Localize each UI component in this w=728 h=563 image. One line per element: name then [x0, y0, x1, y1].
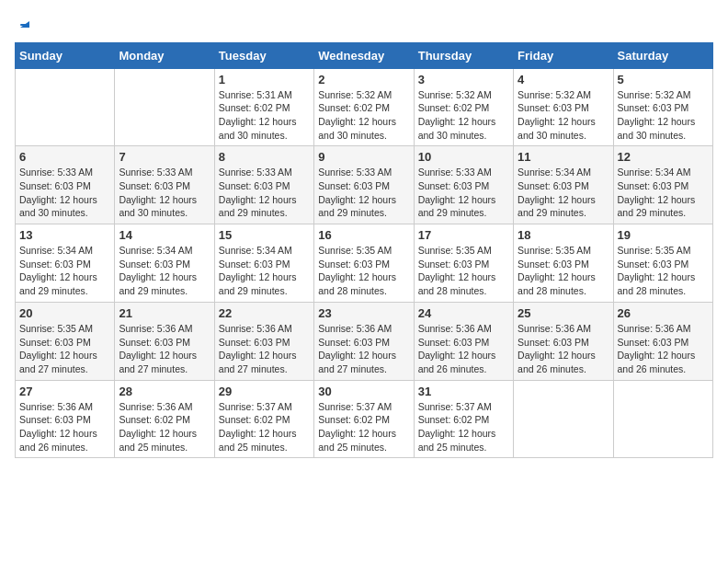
calendar-cell: 9Sunrise: 5:33 AM Sunset: 6:03 PM Daylig… — [314, 146, 414, 224]
calendar-cell: 26Sunrise: 5:36 AM Sunset: 6:03 PM Dayli… — [613, 302, 712, 380]
calendar-cell: 16Sunrise: 5:35 AM Sunset: 6:03 PM Dayli… — [314, 224, 414, 303]
day-detail: Sunrise: 5:36 AM Sunset: 6:03 PM Dayligh… — [518, 322, 609, 376]
day-number: 26 — [618, 306, 709, 320]
day-number: 24 — [418, 306, 509, 320]
calendar-cell — [16, 68, 115, 146]
day-detail: Sunrise: 5:37 AM Sunset: 6:02 PM Dayligh… — [318, 400, 409, 454]
svg-rect-1 — [20, 24, 29, 26]
day-number: 10 — [418, 150, 509, 164]
day-number: 7 — [119, 150, 210, 164]
calendar-cell — [514, 380, 613, 458]
day-detail: Sunrise: 5:35 AM Sunset: 6:03 PM Dayligh… — [318, 244, 409, 298]
day-detail: Sunrise: 5:36 AM Sunset: 6:03 PM Dayligh… — [219, 322, 310, 376]
day-detail: Sunrise: 5:36 AM Sunset: 6:03 PM Dayligh… — [618, 322, 709, 376]
calendar-cell: 14Sunrise: 5:34 AM Sunset: 6:03 PM Dayli… — [115, 224, 214, 303]
day-number: 13 — [19, 228, 110, 242]
day-detail: Sunrise: 5:36 AM Sunset: 6:02 PM Dayligh… — [119, 400, 210, 454]
day-number: 20 — [19, 306, 110, 320]
calendar-cell: 5Sunrise: 5:32 AM Sunset: 6:03 PM Daylig… — [613, 68, 712, 146]
day-detail: Sunrise: 5:35 AM Sunset: 6:03 PM Dayligh… — [19, 322, 110, 376]
logo-triangle-icon — [17, 15, 31, 29]
calendar-cell: 18Sunrise: 5:35 AM Sunset: 6:03 PM Dayli… — [514, 224, 613, 303]
day-detail: Sunrise: 5:31 AM Sunset: 6:02 PM Dayligh… — [219, 88, 310, 143]
day-number: 19 — [618, 228, 709, 242]
weekday-header-tuesday: Tuesday — [214, 42, 313, 68]
day-detail: Sunrise: 5:33 AM Sunset: 6:03 PM Dayligh… — [119, 166, 210, 220]
weekday-header-friday: Friday — [514, 42, 613, 68]
day-detail: Sunrise: 5:33 AM Sunset: 6:03 PM Dayligh… — [219, 166, 310, 220]
day-number: 2 — [318, 73, 409, 86]
day-detail: Sunrise: 5:36 AM Sunset: 6:03 PM Dayligh… — [19, 400, 110, 454]
day-detail: Sunrise: 5:33 AM Sunset: 6:03 PM Dayligh… — [418, 166, 509, 220]
calendar-cell: 19Sunrise: 5:35 AM Sunset: 6:03 PM Dayli… — [613, 224, 712, 303]
day-detail: Sunrise: 5:36 AM Sunset: 6:03 PM Dayligh… — [418, 322, 509, 376]
day-number: 22 — [219, 306, 310, 320]
day-number: 16 — [318, 228, 409, 242]
calendar-cell: 4Sunrise: 5:32 AM Sunset: 6:03 PM Daylig… — [514, 68, 613, 146]
day-detail: Sunrise: 5:33 AM Sunset: 6:03 PM Dayligh… — [19, 166, 110, 220]
calendar-cell: 12Sunrise: 5:34 AM Sunset: 6:03 PM Dayli… — [613, 146, 712, 224]
day-number: 6 — [19, 150, 110, 164]
day-detail: Sunrise: 5:36 AM Sunset: 6:03 PM Dayligh… — [119, 322, 210, 376]
calendar-cell: 25Sunrise: 5:36 AM Sunset: 6:03 PM Dayli… — [514, 302, 613, 380]
calendar-cell — [613, 380, 712, 458]
day-detail: Sunrise: 5:34 AM Sunset: 6:03 PM Dayligh… — [618, 166, 709, 220]
day-detail: Sunrise: 5:34 AM Sunset: 6:03 PM Dayligh… — [219, 244, 310, 298]
calendar-cell: 27Sunrise: 5:36 AM Sunset: 6:03 PM Dayli… — [16, 380, 115, 458]
calendar-cell: 29Sunrise: 5:37 AM Sunset: 6:02 PM Dayli… — [214, 380, 313, 458]
page-header — [15, 15, 713, 33]
day-number: 25 — [518, 306, 609, 320]
day-detail: Sunrise: 5:32 AM Sunset: 6:03 PM Dayligh… — [518, 88, 609, 143]
day-detail: Sunrise: 5:32 AM Sunset: 6:03 PM Dayligh… — [618, 88, 709, 143]
day-number: 28 — [119, 385, 210, 398]
calendar-cell: 3Sunrise: 5:32 AM Sunset: 6:02 PM Daylig… — [414, 68, 513, 146]
day-number: 11 — [518, 150, 609, 164]
day-detail: Sunrise: 5:34 AM Sunset: 6:03 PM Dayligh… — [19, 244, 110, 298]
day-detail: Sunrise: 5:34 AM Sunset: 6:03 PM Dayligh… — [518, 166, 609, 220]
calendar-cell: 1Sunrise: 5:31 AM Sunset: 6:02 PM Daylig… — [214, 68, 313, 146]
calendar-cell: 21Sunrise: 5:36 AM Sunset: 6:03 PM Dayli… — [115, 302, 214, 380]
day-number: 4 — [518, 73, 609, 86]
weekday-header-sunday: Sunday — [16, 42, 115, 68]
weekday-header-thursday: Thursday — [414, 42, 513, 68]
day-number: 18 — [518, 228, 609, 242]
calendar-cell: 15Sunrise: 5:34 AM Sunset: 6:03 PM Dayli… — [214, 224, 313, 303]
logo — [15, 15, 31, 33]
day-number: 14 — [119, 228, 210, 242]
day-number: 8 — [219, 150, 310, 164]
day-number: 31 — [418, 385, 509, 398]
calendar-cell: 28Sunrise: 5:36 AM Sunset: 6:02 PM Dayli… — [115, 380, 214, 458]
day-number: 27 — [19, 385, 110, 398]
day-detail: Sunrise: 5:32 AM Sunset: 6:02 PM Dayligh… — [418, 88, 509, 143]
calendar-cell: 24Sunrise: 5:36 AM Sunset: 6:03 PM Dayli… — [414, 302, 513, 380]
day-detail: Sunrise: 5:37 AM Sunset: 6:02 PM Dayligh… — [219, 400, 310, 454]
calendar-cell: 31Sunrise: 5:37 AM Sunset: 6:02 PM Dayli… — [414, 380, 513, 458]
day-detail: Sunrise: 5:35 AM Sunset: 6:03 PM Dayligh… — [418, 244, 509, 298]
day-detail: Sunrise: 5:35 AM Sunset: 6:03 PM Dayligh… — [618, 244, 709, 298]
calendar-cell: 11Sunrise: 5:34 AM Sunset: 6:03 PM Dayli… — [514, 146, 613, 224]
calendar-cell: 20Sunrise: 5:35 AM Sunset: 6:03 PM Dayli… — [16, 302, 115, 380]
calendar-cell: 22Sunrise: 5:36 AM Sunset: 6:03 PM Dayli… — [214, 302, 313, 380]
day-detail: Sunrise: 5:34 AM Sunset: 6:03 PM Dayligh… — [119, 244, 210, 298]
day-number: 3 — [418, 73, 509, 86]
day-number: 9 — [318, 150, 409, 164]
day-detail: Sunrise: 5:37 AM Sunset: 6:02 PM Dayligh… — [418, 400, 509, 454]
day-detail: Sunrise: 5:35 AM Sunset: 6:03 PM Dayligh… — [518, 244, 609, 298]
day-number: 23 — [318, 306, 409, 320]
day-number: 21 — [119, 306, 210, 320]
calendar-table: SundayMondayTuesdayWednesdayThursdayFrid… — [15, 42, 713, 459]
day-number: 12 — [618, 150, 709, 164]
day-detail: Sunrise: 5:36 AM Sunset: 6:03 PM Dayligh… — [318, 322, 409, 376]
calendar-cell: 2Sunrise: 5:32 AM Sunset: 6:02 PM Daylig… — [314, 68, 414, 146]
calendar-cell: 7Sunrise: 5:33 AM Sunset: 6:03 PM Daylig… — [115, 146, 214, 224]
calendar-cell: 13Sunrise: 5:34 AM Sunset: 6:03 PM Dayli… — [16, 224, 115, 303]
weekday-header-monday: Monday — [115, 42, 214, 68]
calendar-cell — [115, 68, 214, 146]
day-number: 1 — [219, 73, 310, 86]
day-detail: Sunrise: 5:33 AM Sunset: 6:03 PM Dayligh… — [318, 166, 409, 220]
weekday-header-saturday: Saturday — [613, 42, 712, 68]
day-number: 17 — [418, 228, 509, 242]
day-number: 30 — [318, 385, 409, 398]
day-number: 5 — [618, 73, 709, 86]
calendar-cell: 17Sunrise: 5:35 AM Sunset: 6:03 PM Dayli… — [414, 224, 513, 303]
